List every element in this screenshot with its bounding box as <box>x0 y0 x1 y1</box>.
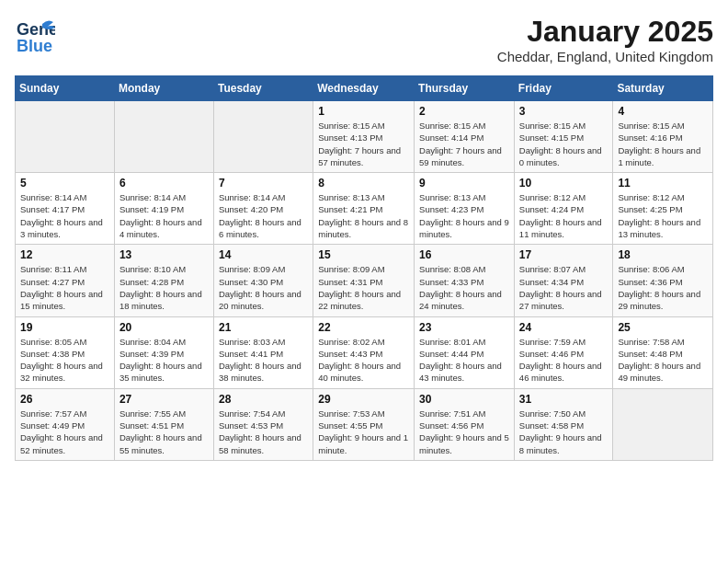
day-number: 4 <box>618 105 708 118</box>
day-cell: 27Sunrise: 7:55 AM Sunset: 4:51 PM Dayli… <box>114 388 213 460</box>
week-row-3: 12Sunrise: 8:11 AM Sunset: 4:27 PM Dayli… <box>16 245 713 316</box>
day-info: Sunrise: 8:01 AM Sunset: 4:44 PM Dayligh… <box>419 336 509 385</box>
day-info: Sunrise: 8:07 AM Sunset: 4:34 PM Dayligh… <box>519 263 609 312</box>
day-number: 19 <box>20 321 109 334</box>
day-number: 30 <box>419 393 509 406</box>
day-cell: 23Sunrise: 8:01 AM Sunset: 4:44 PM Dayli… <box>415 316 515 388</box>
day-number: 21 <box>219 321 308 334</box>
day-info: Sunrise: 7:53 AM Sunset: 4:55 PM Dayligh… <box>318 408 409 456</box>
day-cell: 28Sunrise: 7:54 AM Sunset: 4:53 PM Dayli… <box>213 388 313 460</box>
day-cell: 14Sunrise: 8:09 AM Sunset: 4:30 PM Dayli… <box>213 245 313 316</box>
weekday-header-saturday: Saturday <box>613 76 713 101</box>
day-info: Sunrise: 8:15 AM Sunset: 4:16 PM Dayligh… <box>618 120 708 168</box>
day-number: 12 <box>20 248 109 261</box>
day-number: 29 <box>318 393 409 406</box>
day-info: Sunrise: 7:50 AM Sunset: 4:58 PM Dayligh… <box>519 408 609 456</box>
day-number: 14 <box>219 248 308 261</box>
day-info: Sunrise: 7:54 AM Sunset: 4:53 PM Dayligh… <box>219 408 308 456</box>
day-info: Sunrise: 8:15 AM Sunset: 4:15 PM Dayligh… <box>519 120 609 168</box>
day-info: Sunrise: 8:15 AM Sunset: 4:13 PM Dayligh… <box>318 120 409 168</box>
logo-icon: General Blue <box>15 15 55 55</box>
day-info: Sunrise: 8:02 AM Sunset: 4:43 PM Dayligh… <box>318 336 409 385</box>
day-cell <box>16 101 115 173</box>
day-cell: 1Sunrise: 8:15 AM Sunset: 4:13 PM Daylig… <box>313 101 415 173</box>
day-cell: 10Sunrise: 8:12 AM Sunset: 4:24 PM Dayli… <box>514 173 613 245</box>
month-title: January 2025 <box>497 15 713 49</box>
day-cell: 30Sunrise: 7:51 AM Sunset: 4:56 PM Dayli… <box>415 388 515 460</box>
day-number: 16 <box>419 248 509 261</box>
day-info: Sunrise: 8:08 AM Sunset: 4:33 PM Dayligh… <box>419 263 509 312</box>
logo: General Blue <box>15 15 55 55</box>
day-info: Sunrise: 7:51 AM Sunset: 4:56 PM Dayligh… <box>419 408 509 456</box>
day-number: 31 <box>519 393 609 406</box>
weekday-header-sunday: Sunday <box>16 76 115 101</box>
day-cell: 26Sunrise: 7:57 AM Sunset: 4:49 PM Dayli… <box>16 388 115 460</box>
week-row-1: 1Sunrise: 8:15 AM Sunset: 4:13 PM Daylig… <box>16 101 713 173</box>
weekday-header-thursday: Thursday <box>415 76 515 101</box>
day-number: 9 <box>419 177 509 190</box>
day-number: 1 <box>318 105 409 118</box>
day-cell: 20Sunrise: 8:04 AM Sunset: 4:39 PM Dayli… <box>114 316 213 388</box>
day-number: 25 <box>618 321 708 334</box>
weekday-header-monday: Monday <box>114 76 213 101</box>
week-row-2: 5Sunrise: 8:14 AM Sunset: 4:17 PM Daylig… <box>16 173 713 245</box>
calendar-table: SundayMondayTuesdayWednesdayThursdayFrid… <box>15 75 713 461</box>
day-cell: 31Sunrise: 7:50 AM Sunset: 4:58 PM Dayli… <box>514 388 613 460</box>
day-number: 6 <box>119 177 209 190</box>
day-info: Sunrise: 8:14 AM Sunset: 4:19 PM Dayligh… <box>119 191 209 240</box>
day-info: Sunrise: 8:14 AM Sunset: 4:17 PM Dayligh… <box>20 191 109 240</box>
day-cell <box>613 388 713 460</box>
day-cell: 24Sunrise: 7:59 AM Sunset: 4:46 PM Dayli… <box>514 316 613 388</box>
day-info: Sunrise: 8:05 AM Sunset: 4:38 PM Dayligh… <box>20 336 109 385</box>
day-cell: 16Sunrise: 8:08 AM Sunset: 4:33 PM Dayli… <box>415 245 515 316</box>
day-number: 22 <box>318 321 409 334</box>
day-number: 15 <box>318 248 409 261</box>
day-cell: 7Sunrise: 8:14 AM Sunset: 4:20 PM Daylig… <box>213 173 313 245</box>
day-number: 17 <box>519 248 609 261</box>
day-info: Sunrise: 8:09 AM Sunset: 4:31 PM Dayligh… <box>318 263 409 312</box>
day-number: 28 <box>219 393 308 406</box>
day-cell: 22Sunrise: 8:02 AM Sunset: 4:43 PM Dayli… <box>313 316 415 388</box>
day-cell <box>213 101 313 173</box>
day-cell: 29Sunrise: 7:53 AM Sunset: 4:55 PM Dayli… <box>313 388 415 460</box>
weekday-header-friday: Friday <box>514 76 613 101</box>
svg-text:Blue: Blue <box>17 37 52 55</box>
location-title: Cheddar, England, United Kingdom <box>497 49 713 64</box>
day-number: 8 <box>318 177 409 190</box>
day-number: 5 <box>20 177 109 190</box>
page-header: General Blue January 2025 Cheddar, Engla… <box>15 15 713 64</box>
day-cell: 25Sunrise: 7:58 AM Sunset: 4:48 PM Dayli… <box>613 316 713 388</box>
day-cell: 9Sunrise: 8:13 AM Sunset: 4:23 PM Daylig… <box>415 173 515 245</box>
day-cell: 12Sunrise: 8:11 AM Sunset: 4:27 PM Dayli… <box>16 245 115 316</box>
week-row-5: 26Sunrise: 7:57 AM Sunset: 4:49 PM Dayli… <box>16 388 713 460</box>
day-cell: 17Sunrise: 8:07 AM Sunset: 4:34 PM Dayli… <box>514 245 613 316</box>
day-cell: 8Sunrise: 8:13 AM Sunset: 4:21 PM Daylig… <box>313 173 415 245</box>
day-cell: 11Sunrise: 8:12 AM Sunset: 4:25 PM Dayli… <box>613 173 713 245</box>
weekday-header-wednesday: Wednesday <box>313 76 415 101</box>
day-info: Sunrise: 8:03 AM Sunset: 4:41 PM Dayligh… <box>219 336 308 385</box>
day-info: Sunrise: 7:58 AM Sunset: 4:48 PM Dayligh… <box>618 336 708 385</box>
day-cell: 13Sunrise: 8:10 AM Sunset: 4:28 PM Dayli… <box>114 245 213 316</box>
day-cell: 3Sunrise: 8:15 AM Sunset: 4:15 PM Daylig… <box>514 101 613 173</box>
day-cell: 4Sunrise: 8:15 AM Sunset: 4:16 PM Daylig… <box>613 101 713 173</box>
day-cell: 2Sunrise: 8:15 AM Sunset: 4:14 PM Daylig… <box>415 101 515 173</box>
day-cell: 6Sunrise: 8:14 AM Sunset: 4:19 PM Daylig… <box>114 173 213 245</box>
weekday-header-row: SundayMondayTuesdayWednesdayThursdayFrid… <box>16 76 713 101</box>
day-number: 11 <box>618 177 708 190</box>
day-number: 10 <box>519 177 609 190</box>
week-row-4: 19Sunrise: 8:05 AM Sunset: 4:38 PM Dayli… <box>16 316 713 388</box>
day-info: Sunrise: 8:10 AM Sunset: 4:28 PM Dayligh… <box>119 263 209 312</box>
day-cell <box>114 101 213 173</box>
day-info: Sunrise: 7:57 AM Sunset: 4:49 PM Dayligh… <box>20 408 109 456</box>
title-block: January 2025 Cheddar, England, United Ki… <box>497 15 713 64</box>
day-info: Sunrise: 8:12 AM Sunset: 4:24 PM Dayligh… <box>519 191 609 240</box>
day-number: 7 <box>219 177 308 190</box>
day-number: 27 <box>119 393 209 406</box>
day-info: Sunrise: 7:55 AM Sunset: 4:51 PM Dayligh… <box>119 408 209 456</box>
day-info: Sunrise: 8:14 AM Sunset: 4:20 PM Dayligh… <box>219 191 308 240</box>
day-info: Sunrise: 8:12 AM Sunset: 4:25 PM Dayligh… <box>618 191 708 240</box>
day-number: 2 <box>419 105 509 118</box>
day-number: 23 <box>419 321 509 334</box>
day-number: 26 <box>20 393 109 406</box>
day-number: 20 <box>119 321 209 334</box>
